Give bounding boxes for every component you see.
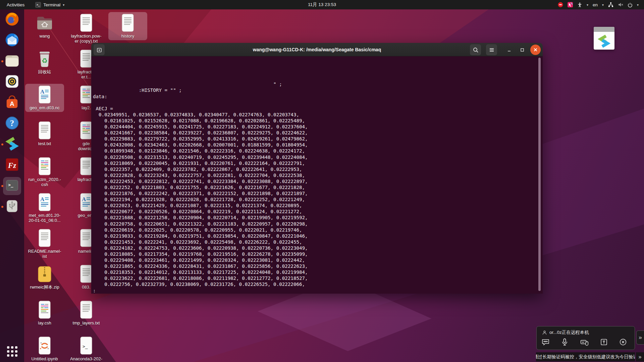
- volume-muted-icon[interactable]: [618, 2, 623, 7]
- terminal-text: " ; :HISTORY = "" ; data: AECJ = 0.02349…: [91, 56, 543, 294]
- desktop-icon-label: README.namel- ist: [26, 249, 63, 259]
- text-tool-button[interactable]: [600, 338, 608, 346]
- ipynb-icon: [35, 336, 54, 356]
- desktop-icon[interactable]: Ageo_em.d03.nc: [25, 84, 64, 112]
- dock-item-sunlogin[interactable]: [0, 134, 24, 155]
- running-indicator: [1, 185, 3, 187]
- doc-color-icon: [35, 300, 54, 320]
- desktop-icon[interactable]: wang: [25, 12, 64, 40]
- remote-app-logo-icon: [597, 34, 611, 49]
- remote-desktop-tray-icon[interactable]: [568, 2, 573, 7]
- folder-home-icon: [35, 13, 54, 33]
- trash-icon: ♻: [35, 49, 54, 69]
- usb-drive-icon: [4, 198, 20, 215]
- desktop-icon[interactable]: history: [108, 12, 147, 40]
- rhythmbox-icon: [4, 74, 20, 90]
- desktop-icon[interactable]: Amet_em.d01.20- 20-01-01_06:0...: [25, 191, 64, 225]
- desktop-icon-label: run_cctm_2020.- csh: [26, 177, 63, 187]
- accessibility-icon[interactable]: [577, 2, 582, 7]
- chat-button[interactable]: [541, 338, 550, 346]
- desktop-icon[interactable]: README.namel- ist: [25, 227, 64, 261]
- remote-control-panel: or...0z正在远程本机: [536, 326, 635, 350]
- new-tab-button[interactable]: [94, 44, 105, 55]
- desktop-icon-label: met_em.d01.20- 20-01-01_06:0...: [26, 213, 63, 223]
- minimize-icon: [506, 47, 512, 53]
- desktop-icon[interactable]: rwmeic脚本.zip: [25, 263, 64, 291]
- dock: A?Fz>_: [0, 9, 24, 362]
- desktop-icon[interactable]: Untitled.ipynb: [25, 335, 64, 362]
- desktop-icon-label: tmp_layers.txt: [67, 320, 105, 325]
- dock-items: A?Fz>_: [0, 9, 24, 217]
- notice-expand-button[interactable]: »: [636, 352, 644, 361]
- dock-item-thunderbird[interactable]: [0, 30, 24, 51]
- desktop-icon-label: Untitled.ipynb: [26, 356, 63, 361]
- terminal-scrollbar[interactable]: [538, 58, 541, 291]
- svg-text:A: A: [40, 196, 45, 202]
- close-button[interactable]: [530, 45, 541, 55]
- desktop-icon-label: lay.csh: [26, 320, 63, 325]
- menu-button[interactable]: [486, 44, 497, 55]
- end-session-button[interactable]: [619, 338, 627, 346]
- terminal-app-icon: >_: [35, 2, 41, 8]
- desktop-screen: wanglayfraction.pow- er (copy).txthistor…: [0, 0, 644, 362]
- doc-plain-icon: [118, 13, 138, 33]
- grid-icon: [7, 346, 17, 357]
- doc-plain-icon: [35, 229, 54, 248]
- power-icon[interactable]: [628, 2, 633, 7]
- dock-item-terminal[interactable]: >_: [0, 176, 24, 196]
- dock-item-ubuntu-software[interactable]: A: [0, 93, 24, 113]
- dock-item-help[interactable]: ?: [0, 113, 24, 134]
- desktop-icon[interactable]: >_Anaconda3-202- 3.09-0-Linux-x...: [67, 335, 106, 362]
- language-indicator[interactable]: en: [593, 2, 598, 7]
- firefox-icon: [4, 11, 20, 28]
- network-icon[interactable]: [608, 2, 613, 7]
- desktop-icon-label: layfraction.pow- er (copy).txt: [67, 34, 105, 44]
- desktop-icon[interactable]: lay.csh: [25, 299, 64, 327]
- svg-text:>_: >_: [8, 182, 13, 188]
- app-menu-label: Terminal: [43, 2, 60, 7]
- terminal-content[interactable]: " ; :HISTORY = "" ; data: AECJ = 0.02349…: [91, 56, 543, 294]
- desktop-icon[interactable]: tmp_layers.txt: [67, 299, 106, 327]
- desktop-icon[interactable]: layfraction.pow- er (copy).txt: [67, 12, 106, 46]
- new-tab-icon: [96, 47, 103, 53]
- search-icon: [472, 47, 479, 53]
- remote-app-floating-window[interactable]: [594, 27, 614, 50]
- show-applications-button[interactable]: [0, 343, 24, 359]
- terminal-icon: >_: [4, 178, 20, 194]
- terminal-window: wang@wang-G11CD-K: /media/wang/Seagate B…: [91, 43, 543, 294]
- desktop-icon-label: 回收站: [26, 69, 63, 74]
- sunlogin-icon: [4, 136, 20, 153]
- running-indicator: [1, 60, 3, 62]
- dock-item-firefox[interactable]: [0, 9, 24, 30]
- dock-item-files[interactable]: [0, 51, 24, 72]
- search-button[interactable]: [470, 44, 481, 55]
- desktop-icon[interactable]: ♻回收站: [25, 48, 64, 76]
- chevron-down-icon: ▾: [637, 3, 639, 7]
- svg-text:A: A: [40, 88, 45, 95]
- terminal-titlebar[interactable]: wang@wang-G11CD-K: /media/wang/Seagate B…: [91, 43, 543, 56]
- clock[interactable]: 11月 13 23:53: [308, 0, 336, 9]
- desktop-icon[interactable]: test.txt: [25, 120, 64, 148]
- chevron-down-icon: ▾: [602, 3, 604, 7]
- panel-expand-button[interactable]: »: [636, 330, 644, 345]
- dock-item-rhythmbox[interactable]: [0, 72, 24, 93]
- dock-item-usb-drive[interactable]: [0, 196, 24, 217]
- running-indicator: [1, 206, 3, 208]
- maximize-button[interactable]: [517, 44, 528, 55]
- doc-plain-icon: [76, 300, 96, 320]
- microphone-button[interactable]: [560, 338, 569, 346]
- minimize-button[interactable]: [503, 44, 515, 55]
- do-not-disturb-icon[interactable]: [558, 2, 563, 7]
- app-menu[interactable]: >_ Terminal ▾: [35, 2, 64, 8]
- chat-icon: [541, 338, 550, 346]
- svg-text:A: A: [82, 196, 86, 202]
- activities-button[interactable]: Activities: [5, 2, 26, 7]
- keyboard-mouse-icon: [580, 338, 589, 346]
- dock-item-filezilla[interactable]: Fz: [0, 155, 24, 176]
- top-bar: Activities >_ Terminal ▾ 11月 13 23:53 ▾ …: [0, 0, 644, 9]
- doc-a-icon: A: [35, 193, 54, 212]
- keyboard-mouse-button[interactable]: [580, 338, 589, 346]
- security-notice-bar: 正通过长期验证码被控，安全级别低建议改为今日验证码: [536, 352, 635, 361]
- desktop-icon-label: history: [109, 34, 147, 39]
- desktop-icon[interactable]: run_cctm_2020.- csh: [25, 156, 64, 189]
